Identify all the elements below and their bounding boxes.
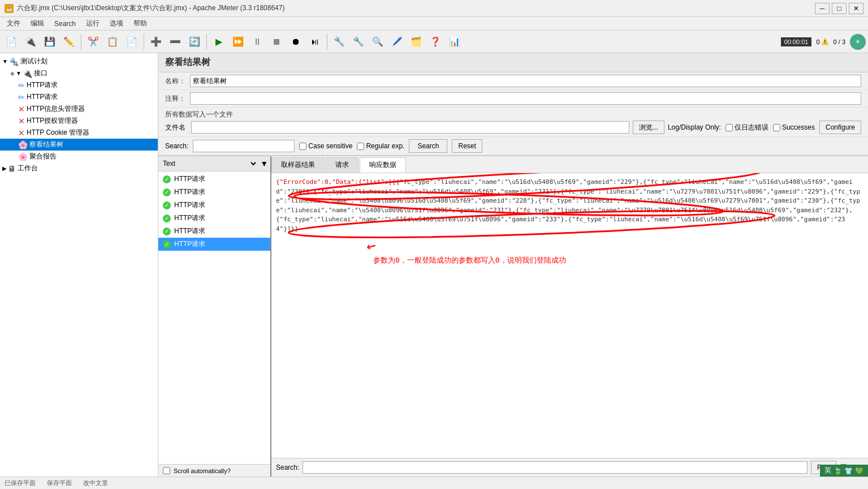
sidebar-item-workbench[interactable]: ▶ 🖥 工作台	[0, 162, 158, 174]
comment-button[interactable]: 🖊️	[388, 33, 406, 51]
json-content: {"ErrorCode":0,"Data":{"list":[{{"fc_typ…	[276, 178, 863, 234]
annotation-text: 参数为0，一般登陆成功的参数都写入0，说明我们登陆成功	[373, 255, 566, 265]
successes-checkbox[interactable]	[773, 124, 780, 131]
sidebar-item-test-plan[interactable]: ▼ 🔩 测试计划	[0, 55, 158, 67]
timer-display: 00:00:01	[781, 37, 812, 46]
toggle-workbench[interactable]: ▶	[2, 165, 7, 171]
sidebar-item-http1[interactable]: ✏ HTTP请求	[0, 79, 158, 91]
sidebar-item-http2[interactable]: ✏ HTTP请求	[0, 91, 158, 103]
clear-button[interactable]: 🔄	[185, 33, 204, 51]
split-pane: Text ▼ ✓ HTTP请求 ✓ HTTP请求 ✓ HTTP请求	[158, 156, 868, 477]
format-select[interactable]: Text	[158, 156, 258, 171]
title-bar-left: ☕ 六合彩.jmx (C:\Users\jltx1\Desktop\文案文件\六…	[5, 3, 284, 13]
stats-button[interactable]: 📊	[446, 33, 464, 51]
sidebar-label-test-plan: 测试计划	[20, 57, 47, 66]
regex-label: Regular exp.	[357, 142, 404, 150]
list-item-label-5: HTTP请求	[174, 239, 205, 249]
title-controls: ─ □ ✕	[815, 3, 863, 14]
new-button[interactable]: 📄	[2, 33, 20, 51]
help-button[interactable]: 🔧	[349, 33, 368, 51]
cut-button[interactable]: ✂️	[84, 33, 102, 51]
comment-label: 注释：	[165, 94, 185, 104]
configure-button[interactable]: Configure	[819, 121, 861, 134]
ime-icon-2: 👕	[844, 467, 853, 475]
expand-button[interactable]: 🗂️	[407, 33, 425, 51]
remote-start-button[interactable]: ⏺	[287, 33, 305, 51]
list-item-0[interactable]: ✓ HTTP请求	[158, 173, 270, 186]
save-button[interactable]: 💾	[41, 33, 59, 51]
remove-button[interactable]: ➖	[166, 33, 184, 51]
name-input[interactable]	[190, 75, 861, 87]
info-button[interactable]: ❓	[426, 33, 444, 51]
browse-button[interactable]: 浏览...	[633, 121, 664, 134]
reset-button[interactable]: Reset	[452, 139, 482, 153]
name-row: 名称：	[158, 72, 868, 90]
templates-button[interactable]: 🔌	[21, 33, 40, 51]
close-button[interactable]: ✕	[849, 3, 863, 14]
list-item-1[interactable]: ✓ HTTP请求	[158, 186, 270, 199]
shutdown-button[interactable]: ⏹	[267, 33, 286, 51]
separator-2	[144, 34, 144, 50]
regex-checkbox[interactable]	[357, 143, 364, 150]
save-all-button[interactable]: ✏️	[60, 33, 78, 51]
aggregate-icon: 🌸	[18, 152, 28, 161]
remote-stop-button[interactable]: ⏯	[306, 33, 324, 51]
toggle-test-plan[interactable]: ▼	[2, 58, 8, 65]
tab-response-data[interactable]: 响应数据	[360, 157, 406, 173]
list-item-label-2: HTTP请求	[174, 200, 205, 210]
search-top-input[interactable]	[193, 140, 295, 152]
toggle-interface[interactable]: ▼	[16, 70, 21, 76]
maximize-button[interactable]: □	[832, 3, 847, 14]
menu-item-文件[interactable]: 文件	[2, 18, 25, 29]
remote-icon: ⌖	[850, 34, 866, 50]
sidebar-item-auth-manager[interactable]: ✕ HTTP授权管理器	[0, 115, 158, 127]
regex-text: Regular exp.	[366, 142, 404, 150]
test-plan-icon: 🔩	[9, 57, 19, 66]
list-item-5[interactable]: ✓ HTTP请求	[158, 238, 270, 251]
sidebar-item-result-tree[interactable]: 🌸 察看结果树	[0, 139, 158, 151]
comment-input[interactable]	[190, 92, 861, 105]
format-dropdown-icon[interactable]: ▼	[258, 159, 270, 168]
file-input[interactable]	[191, 121, 629, 134]
menu-item-运行[interactable]: 运行	[81, 18, 104, 29]
errors-checkbox[interactable]	[726, 124, 733, 131]
scroll-auto-checkbox[interactable]	[163, 467, 170, 474]
sidebar-item-header-manager[interactable]: ✕ HTTP信息头管理器	[0, 103, 158, 115]
list-item-3[interactable]: ✓ HTTP请求	[158, 212, 270, 225]
sidebar-item-interface[interactable]: ◆ ▼ 🔌 接口	[0, 67, 158, 79]
start-button[interactable]: ▶	[210, 33, 228, 51]
status-dot-5: ✓	[163, 241, 171, 248]
bottom-search-input[interactable]	[303, 461, 807, 474]
search-top-label: Search:	[165, 142, 188, 150]
menu-item-帮助[interactable]: 帮助	[129, 18, 152, 29]
status-item-2: 保存平面	[47, 479, 72, 487]
start-no-pause-button[interactable]: ⏩	[229, 33, 247, 51]
tab-sampler-result[interactable]: 取样器结果	[271, 157, 325, 173]
list-item-2[interactable]: ✓ HTTP请求	[158, 199, 270, 212]
add-button[interactable]: ➕	[147, 33, 165, 51]
minimize-button[interactable]: ─	[815, 3, 830, 14]
sidebar-label-cookie: HTTP Cookie 管理器	[27, 128, 89, 138]
menu-item-选项[interactable]: 选项	[105, 18, 128, 29]
warning-count: 0 ⚠️	[816, 38, 828, 45]
case-sensitive-text: Case sensitive	[308, 142, 352, 150]
status-item-1: 已保存平面	[5, 479, 36, 487]
menu-item-编辑[interactable]: 编辑	[26, 18, 49, 29]
list-item-4[interactable]: ✓ HTTP请求	[158, 225, 270, 238]
search-toolbar-button[interactable]: 🔍	[369, 33, 387, 51]
toolbar: 📄 🔌 💾 ✏️ ✂️ 📋 📄 ➕ ➖ 🔄 ▶ ⏩ ⏸ ⏹ ⏺ ⏯ 🔧 🔧 🔍 …	[0, 31, 868, 53]
log-display-label: Log/Display Only:	[668, 123, 721, 131]
sidebar-label-interface: 接口	[34, 68, 47, 78]
sidebar-label-http2: HTTP请求	[27, 92, 58, 102]
tab-request[interactable]: 请求	[326, 157, 359, 173]
function-helper-button[interactable]: 🔧	[330, 33, 348, 51]
stop-button[interactable]: ⏸	[248, 33, 266, 51]
case-sensitive-checkbox[interactable]	[299, 143, 306, 150]
search-button[interactable]: Search	[409, 139, 447, 153]
sidebar-item-aggregate[interactable]: 🌸 聚合报告	[0, 151, 158, 162]
sidebar-item-cookie-manager[interactable]: ✕ HTTP Cookie 管理器	[0, 127, 158, 139]
bottom-search-label: Search:	[276, 464, 299, 471]
menu-item-search[interactable]: Search	[50, 19, 80, 29]
paste-button[interactable]: 📄	[123, 33, 141, 51]
copy-button[interactable]: 📋	[103, 33, 122, 51]
